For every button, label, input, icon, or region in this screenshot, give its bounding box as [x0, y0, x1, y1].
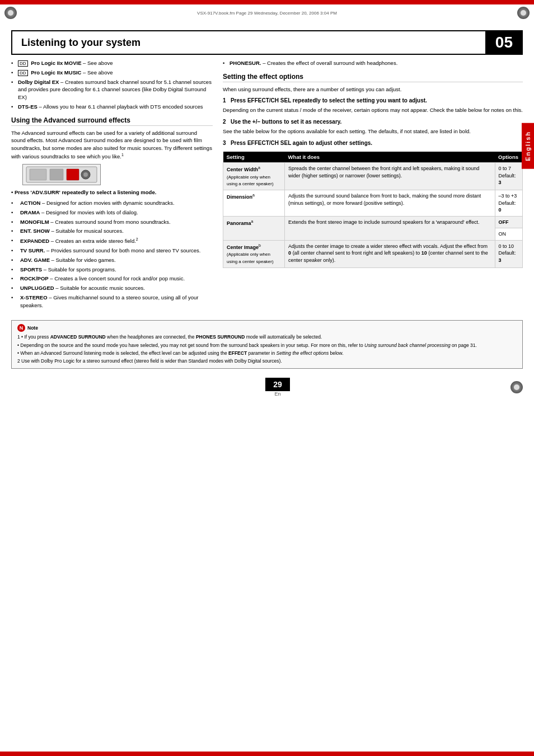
- adv-game-text: – Suitable for video games.: [51, 257, 116, 263]
- adv-drama: DRAMA – Designed for movies with lots of…: [11, 209, 213, 217]
- sports-text: – Suitable for sports programs.: [44, 266, 116, 273]
- rock-pop-text: – Creates a live concert sound for rock …: [50, 275, 185, 281]
- step-3: 3 Press EFFECT/CH SEL again to adjust ot…: [223, 139, 523, 147]
- panorama-label: Panorama: [227, 220, 251, 226]
- options-panorama-off: OFF: [495, 216, 522, 228]
- chapter-number-box: 05: [485, 30, 523, 55]
- press-instruction: • Press 'ADV.SURR' repeatedly to select …: [11, 189, 213, 196]
- sports-bold: SPORTS: [20, 266, 42, 273]
- note-item-4: 2 Use with Dolby Pro Logic for a stereo …: [17, 358, 517, 364]
- table-row-center-image: Center Imageb (Applicable only when usin…: [223, 240, 523, 267]
- adv-surround-heading: Using the Advanced surround effects: [11, 116, 213, 126]
- dd-icon-movie: DD: [18, 60, 28, 67]
- chapter-number: 05: [495, 34, 513, 51]
- table-header-what: What it does: [285, 152, 495, 163]
- pro-logic-music-text: – See above: [83, 69, 113, 76]
- center-width-label: Center Width: [227, 167, 258, 172]
- options-dimension: –3 to +3Default: 0: [495, 190, 522, 216]
- note-item-3: • When an Advanced Surround listening mo…: [17, 350, 517, 356]
- step-1-title: 1 Press EFFECT/CH SEL repeatedly to sele…: [223, 97, 523, 105]
- pro-logic-movie-bold: Pro Logic IIx MOVIE: [31, 60, 81, 66]
- center-width-default: 3: [499, 180, 502, 185]
- corner-circle-bottom-right: [510, 381, 523, 393]
- device-svg: [25, 166, 98, 184]
- note-icon: N: [17, 324, 25, 332]
- adv-tv-surr: TV SURR. – Provides surround sound for b…: [11, 247, 213, 255]
- dts-es-bold: DTS-ES: [18, 104, 38, 110]
- corner-circle-top-left: [4, 7, 17, 19]
- main-content: DD Pro Logic IIx MOVIE – See above DD Pr…: [0, 59, 534, 314]
- footer-center: 29 En: [265, 378, 290, 397]
- monofilm-bold: MONOFILM: [20, 219, 49, 225]
- chapter-header: Listening to your system 05: [11, 30, 523, 55]
- note-phones-surround: PHONES SURROUND: [196, 334, 245, 340]
- unplugged-text: – Suitable for acoustic music sources.: [55, 285, 144, 291]
- center-image-ten: 10: [421, 250, 427, 256]
- ent-show-text: – Suitable for musical sources.: [51, 228, 123, 234]
- dimension-label: Dimension: [227, 194, 252, 200]
- adv-expanded: EXPANDED – Creates an extra wide stereo …: [11, 237, 213, 245]
- device-image: [22, 164, 101, 185]
- tv-surr-text: – Provides surround sound for both mono …: [46, 247, 200, 253]
- adv-game: ADV. GAME – Suitable for video games.: [11, 256, 213, 264]
- adv-surround-body: The Advanced surround effects can be use…: [11, 129, 213, 161]
- step-2: 2 Use the +/– buttons to set it as neces…: [223, 118, 523, 135]
- bullet-dts-es: DTS-ES – Allows you to hear 6.1 channel …: [11, 103, 213, 111]
- footer-right-circles: [510, 381, 523, 393]
- what-dimension: Adjusts the surround sound balance from …: [285, 190, 495, 216]
- what-panorama: Extends the front stereo image to includ…: [285, 216, 495, 240]
- page-footer: 29 En: [0, 374, 534, 400]
- step-2-body: See the table below for the options avai…: [223, 128, 523, 135]
- table-row-dimension: Dimensiona Adjusts the surround sound ba…: [223, 190, 523, 216]
- effect-options-body: When using surround effects, there are a…: [223, 86, 523, 93]
- dimension-sup: a: [252, 193, 255, 197]
- svg-point-5: [83, 172, 88, 177]
- action-text: – Designed for action movies with dynami…: [42, 200, 175, 206]
- note-label: Note: [27, 325, 38, 331]
- page-lang: En: [274, 391, 280, 397]
- setting-center-image: Center Imageb (Applicable only when usin…: [223, 240, 285, 267]
- corner-circle-top-right: [517, 7, 530, 19]
- dimension-default: 0: [499, 207, 502, 213]
- setting-center-width: Center Widtha (Applicable only when usin…: [223, 163, 285, 190]
- page-number-box: 29: [265, 378, 290, 391]
- drama-text: – Designed for movies with lots of dialo…: [41, 209, 138, 215]
- phonesur-bold: PHONESUR.: [229, 60, 261, 66]
- adv-action: ACTION – Designed for action movies with…: [11, 199, 213, 207]
- panorama-sup: a: [251, 219, 254, 223]
- right-column: PHONESUR. – Creates the effect of overal…: [223, 59, 523, 314]
- panorama-off-label: OFF: [499, 219, 509, 225]
- unplugged-bold: UNPLUGGED: [20, 285, 54, 291]
- expanded-bold: EXPANDED: [20, 238, 49, 244]
- header-corners: VSX-917V.book.fm Page 29 Wednesday, Dece…: [0, 4, 534, 21]
- settings-table: Setting What it does Options Center Widt…: [223, 152, 523, 268]
- table-header-options: Options: [495, 152, 522, 163]
- english-tab: English: [522, 123, 534, 169]
- center-image-sub: (Applicable only when using a center spe…: [227, 252, 274, 264]
- chapter-title: Listening to your system: [21, 37, 140, 49]
- page-container: VSX-917V.book.fm Page 29 Wednesday, Dece…: [0, 0, 534, 756]
- x-stereo-bold: X-STEREO: [20, 294, 48, 300]
- setting-panorama: Panoramaa: [223, 216, 285, 240]
- note-box: N Note 1 • If you press ADVANCED SURROUN…: [11, 320, 523, 368]
- adv-ent-show: ENT. SHOW – Suitable for musical sources…: [11, 227, 213, 235]
- center-width-sup: a: [258, 166, 260, 170]
- file-info: VSX-917V.book.fm Page 29 Wednesday, Dece…: [17, 11, 517, 16]
- step-1-body: Depending on the current status / mode o…: [223, 106, 523, 114]
- action-bold: ACTION: [20, 200, 40, 206]
- pro-logic-movie-text: – See above: [83, 60, 113, 66]
- center-image-zero: 0: [288, 250, 291, 256]
- bullet-pro-logic-music: DD Pro Logic IIx MUSIC – See above: [11, 69, 213, 77]
- setting-dimension: Dimensiona: [223, 190, 285, 216]
- options-center-width: 0 to 7Default: 3: [495, 163, 522, 190]
- dolby-ex-bold: Dolby Digital EX: [18, 79, 59, 85]
- tv-surr-bold: TV SURR.: [20, 247, 45, 253]
- table-row-panorama-off: Panoramaa Extends the front stereo image…: [223, 216, 523, 228]
- top-bar: [0, 0, 534, 4]
- page-number: 29: [273, 380, 282, 389]
- center-width-sub: (Applicable only when using a center spe…: [227, 175, 274, 187]
- adv-game-bold: ADV. GAME: [20, 257, 50, 263]
- bullet-pro-logic-movie: DD Pro Logic IIx MOVIE – See above: [11, 59, 213, 67]
- step-3-title: 3 Press EFFECT/CH SEL again to adjust ot…: [223, 139, 523, 147]
- note-effect-param: EFFECT: [228, 350, 247, 356]
